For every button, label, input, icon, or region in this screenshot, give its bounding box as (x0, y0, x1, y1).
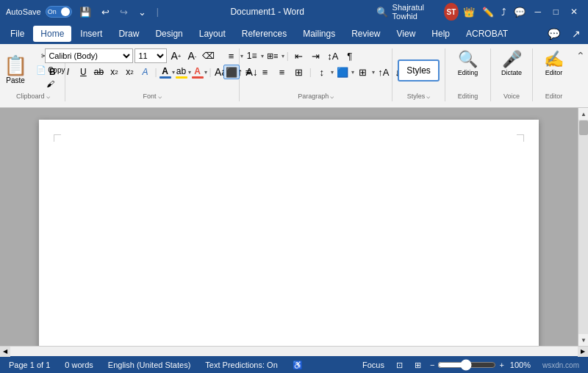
view-single-icon[interactable]: ⊡ (393, 359, 406, 372)
horizontal-scrollbar[interactable]: ◀ ▶ (0, 346, 588, 356)
text-effects-button[interactable]: A (137, 65, 152, 79)
numbering-dropdown[interactable]: ▾ (261, 53, 264, 59)
font-expand-icon[interactable]: ⌵ (158, 93, 162, 100)
save-icon[interactable]: 💾 (76, 5, 94, 19)
border-dropdown[interactable]: ▾ (372, 69, 375, 76)
paste-button[interactable]: 📋 Paste (0, 48, 33, 91)
accessibility-icon[interactable]: ♿ (290, 359, 306, 372)
editing-button[interactable]: 🔍 Editing (452, 48, 484, 79)
decrease-font-btn[interactable]: A- (184, 48, 199, 63)
scroll-right-arrow[interactable]: ▶ (578, 347, 588, 357)
menu-home[interactable]: Home (33, 26, 71, 42)
increase-font-btn[interactable]: A+ (168, 48, 183, 63)
columns-button[interactable]: ⊞ (291, 65, 307, 79)
undo-icon[interactable]: ↩ (98, 5, 112, 19)
bullets-button[interactable]: ≡ (223, 48, 240, 63)
border-button[interactable]: ⊞ (355, 65, 371, 79)
font-family-select[interactable]: Calibri (Body) (45, 48, 133, 63)
justify-button[interactable]: ≡ (274, 65, 290, 79)
menu-layout[interactable]: Layout (192, 26, 233, 42)
zoom-in-icon[interactable]: + (499, 361, 503, 369)
menu-draw[interactable]: Draw (111, 26, 146, 42)
menu-design[interactable]: Design (148, 26, 190, 42)
highlight-button[interactable]: ab (176, 66, 187, 79)
numbering-button[interactable]: 1≡ (244, 48, 260, 63)
font-size-select[interactable]: 11 (135, 48, 167, 63)
superscript-button[interactable]: x2 (122, 65, 137, 79)
autosave-toggle[interactable]: On (46, 6, 72, 18)
zoom-out-icon[interactable]: − (430, 361, 434, 369)
document-scroll-area[interactable] (0, 108, 578, 346)
subscript-button[interactable]: x2 (107, 65, 121, 79)
menu-acrobat[interactable]: ACROBAT (459, 26, 515, 42)
language[interactable]: English (United States) (105, 359, 194, 371)
avatar[interactable]: ST (444, 3, 458, 21)
align-center-button[interactable]: ≡ (240, 65, 257, 79)
word-count[interactable]: 0 words (62, 359, 96, 371)
menu-help[interactable]: Help (424, 26, 457, 42)
zoom-slider[interactable] (437, 359, 496, 371)
paragraph-expand-icon[interactable]: ⌵ (330, 93, 334, 100)
dec-para-space-button[interactable]: ↑A (376, 65, 392, 79)
sort-button[interactable]: ↕A (325, 48, 341, 63)
pen-icon[interactable]: ✏️ (479, 5, 497, 19)
bullets-dropdown[interactable]: ▾ (240, 53, 243, 59)
align-left-button[interactable]: ⬛ (223, 65, 240, 79)
line-spacing-button[interactable]: ↕ (314, 65, 330, 79)
decrease-indent-button[interactable]: ⇤ (291, 48, 307, 63)
menu-bar: File Home Insert Draw Design Layout Refe… (0, 23, 588, 44)
line-spacing-dropdown[interactable]: ▾ (331, 69, 334, 76)
clipboard-expand-icon[interactable]: ⌵ (46, 93, 50, 100)
increase-indent-button[interactable]: ⇥ (308, 48, 324, 63)
focus-mode[interactable]: Focus (359, 359, 387, 371)
comments-icon[interactable]: 💬 (511, 5, 528, 19)
scroll-left-arrow[interactable]: ◀ (0, 347, 10, 357)
collapse-ribbon-button[interactable]: ⌃ (576, 50, 585, 62)
view-multi-icon[interactable]: ⊞ (412, 359, 424, 372)
redo-icon[interactable]: ↪ (117, 5, 131, 19)
premium-icon[interactable]: 👑 (460, 5, 478, 19)
styles-button[interactable]: Styles (398, 59, 440, 82)
menu-mailings[interactable]: Mailings (295, 26, 343, 42)
dictate-button[interactable]: 🎤 Dictate (495, 48, 528, 79)
shading-dropdown[interactable]: ▾ (351, 69, 354, 76)
menu-references[interactable]: References (234, 26, 294, 42)
minimize-button[interactable]: ─ (530, 1, 546, 22)
share-icon[interactable]: ⤴ (498, 5, 509, 19)
multilevel-dropdown[interactable]: ▾ (282, 53, 284, 59)
zoom-level[interactable]: 100% (507, 359, 534, 371)
chat-icon[interactable]: 💬 (543, 26, 564, 42)
scroll-down-arrow[interactable]: ▼ (578, 334, 588, 346)
multilevel-button[interactable]: ⊞≡ (265, 48, 281, 63)
scroll-track[interactable] (578, 120, 588, 334)
strikethrough-button[interactable]: ab (91, 65, 106, 79)
format-painter-button[interactable]: 🖌 (33, 78, 68, 90)
page-info[interactable]: Page 1 of 1 (6, 359, 53, 371)
underline-button[interactable]: U (76, 65, 90, 79)
share-menu-icon[interactable]: ↗ (567, 26, 585, 42)
menu-view[interactable]: View (390, 26, 423, 42)
menu-review[interactable]: Review (344, 26, 387, 42)
align-right-button[interactable]: ≡ (257, 65, 273, 79)
shading-button[interactable]: 🟦 (334, 65, 351, 79)
document-page[interactable] (39, 120, 539, 346)
restore-button[interactable]: □ (548, 1, 564, 22)
scroll-up-arrow[interactable]: ▲ (578, 108, 588, 120)
text-predictions[interactable]: Text Predictions: On (202, 359, 280, 371)
menu-file[interactable]: File (3, 26, 32, 42)
styles-expand-icon[interactable]: ⌵ (426, 93, 430, 100)
close-button[interactable]: ✕ (566, 1, 582, 22)
font-color-a-button[interactable]: A (192, 66, 204, 79)
italic-button[interactable]: I (60, 65, 75, 79)
editor-button[interactable]: ✍️ Editor (538, 48, 570, 79)
vertical-scrollbar[interactable]: ▲ ▼ (578, 108, 588, 346)
scroll-thumb[interactable] (579, 120, 588, 135)
search-icon[interactable]: 🔍 (373, 5, 391, 19)
clear-format-btn[interactable]: ⌫ (201, 48, 215, 63)
customize-qat-icon[interactable]: ⌄ (135, 5, 149, 19)
bold-button[interactable]: B (45, 65, 60, 79)
menu-insert[interactable]: Insert (73, 26, 110, 42)
show-format-button[interactable]: ¶ (342, 48, 358, 63)
h-scroll-track[interactable] (10, 347, 578, 356)
font-color-button[interactable]: A (159, 66, 171, 79)
